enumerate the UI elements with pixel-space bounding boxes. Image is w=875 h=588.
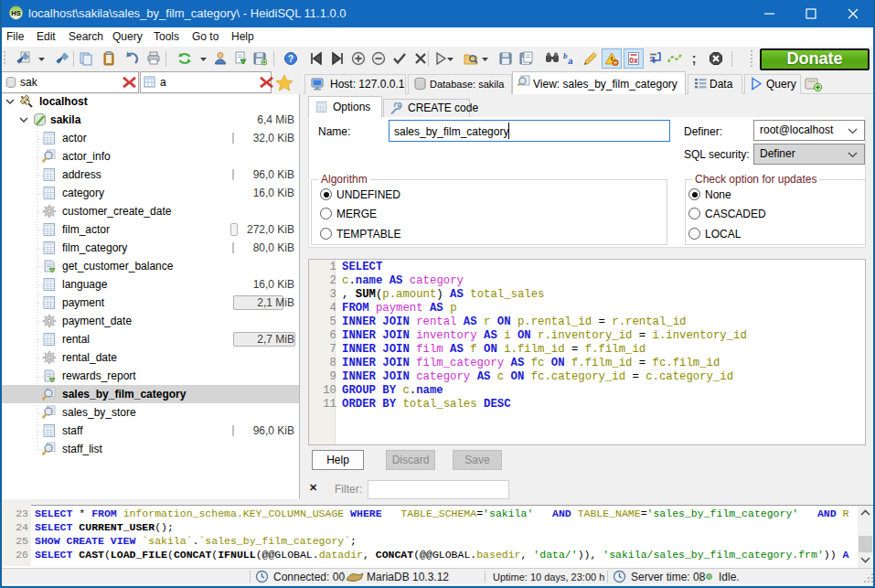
svg-text:0x: 0x xyxy=(629,56,638,65)
svg-text:?: ? xyxy=(288,54,293,64)
svg-text:HS: HS xyxy=(11,9,20,17)
svg-text:;: ; xyxy=(692,51,697,66)
svg-text:a: a xyxy=(568,55,573,66)
